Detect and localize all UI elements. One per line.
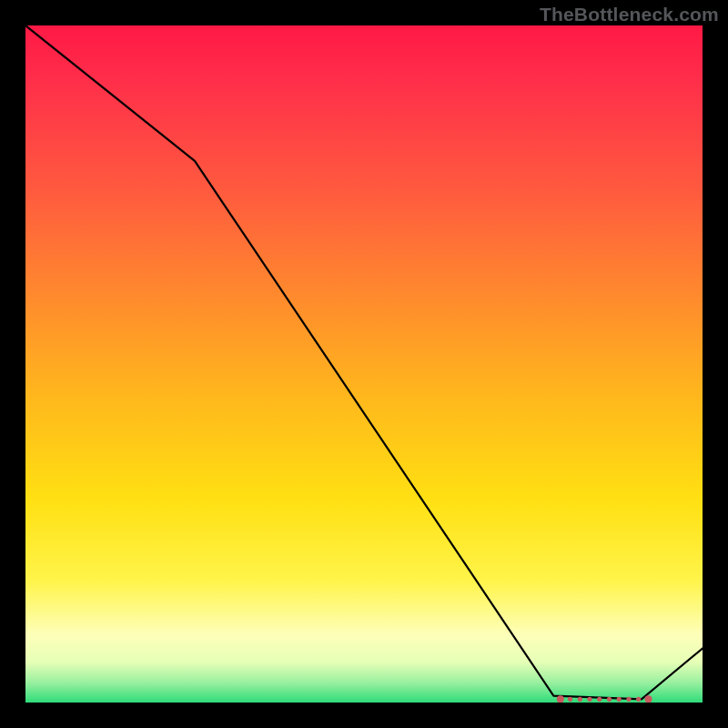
watermark-text: TheBottleneck.com: [540, 4, 719, 25]
plot-area: [25, 25, 703, 703]
chart-line: [25, 25, 703, 699]
marker-dot: [636, 697, 641, 702]
chart-svg: [25, 25, 703, 703]
marker-dot: [587, 697, 592, 702]
marker-dot: [557, 695, 564, 703]
chart-frame: TheBottleneck.com: [0, 0, 728, 728]
marker-dot: [607, 697, 612, 702]
marker-dot: [617, 697, 622, 702]
marker-dot: [645, 695, 652, 703]
marker-dot: [597, 697, 602, 702]
marker-dot: [626, 697, 631, 702]
chart-line-group: [25, 25, 703, 699]
marker-dot: [568, 697, 572, 702]
marker-dot: [578, 697, 582, 702]
